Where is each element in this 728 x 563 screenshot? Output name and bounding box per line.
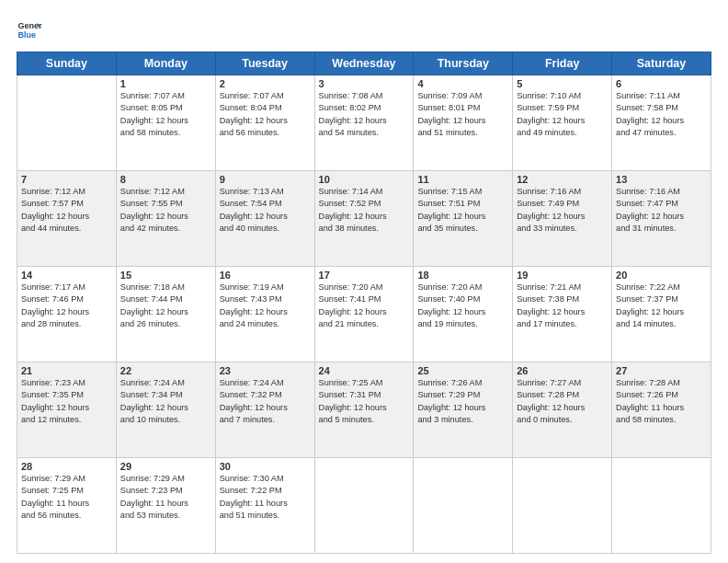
calendar-cell: 12Sunrise: 7:16 AM Sunset: 7:49 PM Dayli… xyxy=(513,171,612,267)
page-header: General Blue xyxy=(17,17,711,42)
calendar-cell: 4Sunrise: 7:09 AM Sunset: 8:01 PM Daylig… xyxy=(414,75,513,171)
calendar-cell: 21Sunrise: 7:23 AM Sunset: 7:35 PM Dayli… xyxy=(17,362,117,458)
calendar-cell xyxy=(314,458,414,554)
calendar-cell: 14Sunrise: 7:17 AM Sunset: 7:46 PM Dayli… xyxy=(17,267,117,362)
day-number: 29 xyxy=(120,461,211,472)
day-number: 22 xyxy=(120,365,211,376)
calendar-cell: 7Sunrise: 7:12 AM Sunset: 7:57 PM Daylig… xyxy=(17,171,117,267)
day-info: Sunrise: 7:07 AM Sunset: 8:05 PM Dayligh… xyxy=(120,90,211,139)
day-number: 26 xyxy=(517,365,608,376)
day-number: 3 xyxy=(319,78,410,89)
calendar-cell: 18Sunrise: 7:20 AM Sunset: 7:40 PM Dayli… xyxy=(414,267,513,362)
day-of-week-header: Friday xyxy=(513,52,612,75)
day-number: 9 xyxy=(220,174,311,185)
calendar-cell: 3Sunrise: 7:08 AM Sunset: 8:02 PM Daylig… xyxy=(314,75,414,171)
day-info: Sunrise: 7:30 AM Sunset: 7:22 PM Dayligh… xyxy=(220,473,311,522)
day-info: Sunrise: 7:26 AM Sunset: 7:29 PM Dayligh… xyxy=(417,377,508,426)
day-number: 11 xyxy=(417,174,508,185)
day-info: Sunrise: 7:24 AM Sunset: 7:34 PM Dayligh… xyxy=(120,377,211,426)
calendar-cell xyxy=(612,458,711,554)
calendar-cell: 27Sunrise: 7:28 AM Sunset: 7:26 PM Dayli… xyxy=(612,362,711,458)
day-info: Sunrise: 7:20 AM Sunset: 7:40 PM Dayligh… xyxy=(417,282,508,330)
day-info: Sunrise: 7:21 AM Sunset: 7:38 PM Dayligh… xyxy=(517,282,608,330)
day-number: 4 xyxy=(417,78,508,89)
day-info: Sunrise: 7:22 AM Sunset: 7:37 PM Dayligh… xyxy=(616,282,707,330)
day-info: Sunrise: 7:18 AM Sunset: 7:44 PM Dayligh… xyxy=(120,282,211,330)
day-of-week-header: Saturday xyxy=(612,52,711,75)
calendar-table: SundayMondayTuesdayWednesdayThursdayFrid… xyxy=(17,52,711,554)
calendar-week-row: 28Sunrise: 7:29 AM Sunset: 7:25 PM Dayli… xyxy=(17,458,711,554)
calendar-cell: 10Sunrise: 7:14 AM Sunset: 7:52 PM Dayli… xyxy=(314,171,414,267)
calendar-cell: 11Sunrise: 7:15 AM Sunset: 7:51 PM Dayli… xyxy=(414,171,513,267)
calendar-cell: 1Sunrise: 7:07 AM Sunset: 8:05 PM Daylig… xyxy=(116,75,215,171)
day-number: 19 xyxy=(517,270,608,281)
day-number: 20 xyxy=(616,270,707,281)
calendar-cell xyxy=(17,75,117,171)
day-info: Sunrise: 7:23 AM Sunset: 7:35 PM Dayligh… xyxy=(21,377,112,426)
day-number: 1 xyxy=(120,78,211,89)
day-number: 30 xyxy=(220,461,311,472)
calendar-cell: 25Sunrise: 7:26 AM Sunset: 7:29 PM Dayli… xyxy=(414,362,513,458)
day-number: 14 xyxy=(21,270,112,281)
day-info: Sunrise: 7:13 AM Sunset: 7:54 PM Dayligh… xyxy=(220,186,311,235)
calendar-week-row: 21Sunrise: 7:23 AM Sunset: 7:35 PM Dayli… xyxy=(17,362,711,458)
calendar-week-row: 1Sunrise: 7:07 AM Sunset: 8:05 PM Daylig… xyxy=(17,75,711,171)
day-number: 15 xyxy=(120,270,211,281)
day-number: 13 xyxy=(616,174,707,185)
calendar-cell: 15Sunrise: 7:18 AM Sunset: 7:44 PM Dayli… xyxy=(116,267,215,362)
day-info: Sunrise: 7:09 AM Sunset: 8:01 PM Dayligh… xyxy=(417,90,508,139)
day-info: Sunrise: 7:16 AM Sunset: 7:49 PM Dayligh… xyxy=(517,186,608,235)
calendar-cell: 6Sunrise: 7:11 AM Sunset: 7:58 PM Daylig… xyxy=(612,75,711,171)
day-number: 28 xyxy=(21,461,112,472)
day-info: Sunrise: 7:27 AM Sunset: 7:28 PM Dayligh… xyxy=(517,377,608,426)
calendar-cell: 20Sunrise: 7:22 AM Sunset: 7:37 PM Dayli… xyxy=(612,267,711,362)
day-info: Sunrise: 7:17 AM Sunset: 7:46 PM Dayligh… xyxy=(21,282,112,330)
day-number: 18 xyxy=(417,270,508,281)
svg-text:Blue: Blue xyxy=(17,30,36,40)
calendar-cell: 2Sunrise: 7:07 AM Sunset: 8:04 PM Daylig… xyxy=(215,75,314,171)
day-info: Sunrise: 7:14 AM Sunset: 7:52 PM Dayligh… xyxy=(319,186,410,235)
day-info: Sunrise: 7:29 AM Sunset: 7:23 PM Dayligh… xyxy=(120,473,211,522)
day-info: Sunrise: 7:10 AM Sunset: 7:59 PM Dayligh… xyxy=(517,90,608,139)
calendar-cell: 22Sunrise: 7:24 AM Sunset: 7:34 PM Dayli… xyxy=(116,362,215,458)
day-info: Sunrise: 7:11 AM Sunset: 7:58 PM Dayligh… xyxy=(616,90,707,139)
calendar-cell xyxy=(414,458,513,554)
day-info: Sunrise: 7:16 AM Sunset: 7:47 PM Dayligh… xyxy=(616,186,707,235)
day-of-week-header: Wednesday xyxy=(314,52,414,75)
day-number: 7 xyxy=(21,174,112,185)
day-of-week-header: Monday xyxy=(116,52,215,75)
day-number: 17 xyxy=(319,270,410,281)
calendar-cell: 26Sunrise: 7:27 AM Sunset: 7:28 PM Dayli… xyxy=(513,362,612,458)
day-number: 2 xyxy=(220,78,311,89)
day-info: Sunrise: 7:24 AM Sunset: 7:32 PM Dayligh… xyxy=(220,377,311,426)
calendar-header-row: SundayMondayTuesdayWednesdayThursdayFrid… xyxy=(17,52,711,75)
day-number: 10 xyxy=(319,174,410,185)
day-info: Sunrise: 7:28 AM Sunset: 7:26 PM Dayligh… xyxy=(616,377,707,426)
calendar-cell: 29Sunrise: 7:29 AM Sunset: 7:23 PM Dayli… xyxy=(116,458,215,554)
day-number: 8 xyxy=(120,174,211,185)
day-info: Sunrise: 7:20 AM Sunset: 7:41 PM Dayligh… xyxy=(319,282,410,330)
day-number: 16 xyxy=(220,270,311,281)
calendar-cell: 30Sunrise: 7:30 AM Sunset: 7:22 PM Dayli… xyxy=(215,458,314,554)
calendar-week-row: 7Sunrise: 7:12 AM Sunset: 7:57 PM Daylig… xyxy=(17,171,711,267)
day-info: Sunrise: 7:25 AM Sunset: 7:31 PM Dayligh… xyxy=(319,377,410,426)
day-info: Sunrise: 7:15 AM Sunset: 7:51 PM Dayligh… xyxy=(417,186,508,235)
day-info: Sunrise: 7:29 AM Sunset: 7:25 PM Dayligh… xyxy=(21,473,112,522)
day-of-week-header: Thursday xyxy=(414,52,513,75)
day-number: 23 xyxy=(220,365,311,376)
calendar-cell: 19Sunrise: 7:21 AM Sunset: 7:38 PM Dayli… xyxy=(513,267,612,362)
logo-icon: General Blue xyxy=(17,17,42,42)
day-of-week-header: Sunday xyxy=(17,52,117,75)
day-number: 27 xyxy=(616,365,707,376)
calendar-week-row: 14Sunrise: 7:17 AM Sunset: 7:46 PM Dayli… xyxy=(17,267,711,362)
day-number: 6 xyxy=(616,78,707,89)
day-number: 21 xyxy=(21,365,112,376)
calendar-cell: 8Sunrise: 7:12 AM Sunset: 7:55 PM Daylig… xyxy=(116,171,215,267)
calendar-cell: 28Sunrise: 7:29 AM Sunset: 7:25 PM Dayli… xyxy=(17,458,117,554)
day-number: 25 xyxy=(417,365,508,376)
calendar-cell: 5Sunrise: 7:10 AM Sunset: 7:59 PM Daylig… xyxy=(513,75,612,171)
day-number: 12 xyxy=(517,174,608,185)
day-info: Sunrise: 7:12 AM Sunset: 7:57 PM Dayligh… xyxy=(21,186,112,235)
day-info: Sunrise: 7:19 AM Sunset: 7:43 PM Dayligh… xyxy=(220,282,311,330)
day-number: 5 xyxy=(517,78,608,89)
